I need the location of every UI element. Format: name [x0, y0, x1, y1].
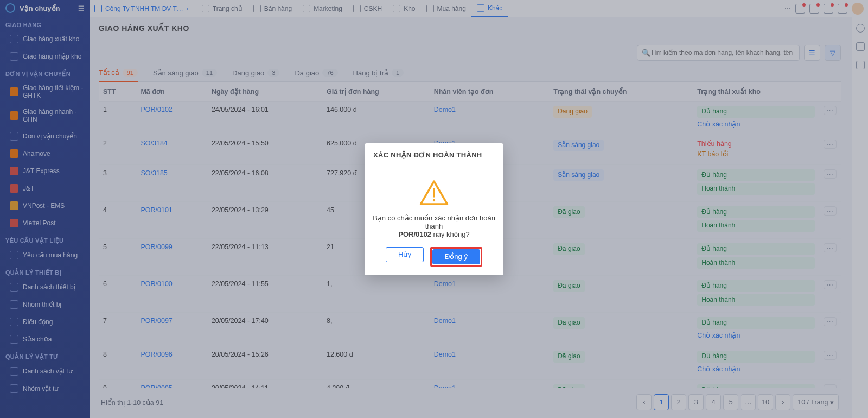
- modal-title: XÁC NHẬN ĐƠN HOÀN THÀNH: [365, 143, 503, 167]
- svg-point-1: [433, 199, 435, 201]
- cancel-button[interactable]: Hủy: [386, 247, 424, 262]
- warning-icon: [419, 179, 449, 206]
- confirm-button[interactable]: Đồng ý: [432, 249, 480, 264]
- modal-message: Bạn có chắc muốn xác nhận đơn hoàn thành…: [372, 214, 496, 238]
- modal-overlay: XÁC NHẬN ĐƠN HOÀN THÀNH Bạn có chắc muốn…: [0, 0, 868, 418]
- confirm-highlight: Đồng ý: [430, 247, 482, 267]
- confirm-modal: XÁC NHẬN ĐƠN HOÀN THÀNH Bạn có chắc muốn…: [365, 143, 503, 275]
